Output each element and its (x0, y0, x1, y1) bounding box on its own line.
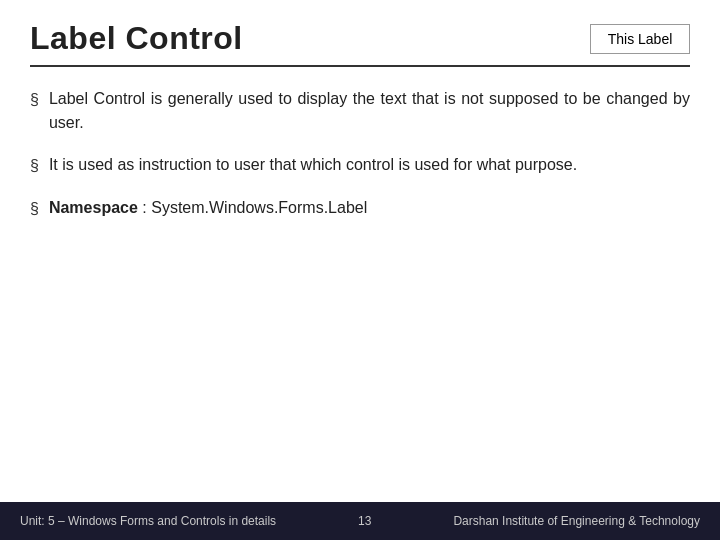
bullet-symbol-1: § (30, 88, 39, 112)
bullet-symbol-2: § (30, 154, 39, 178)
bullet-text-2: It is used as instruction to user that w… (49, 153, 577, 177)
footer-unit-label: Unit: 5 – Windows Forms and Controls in … (20, 514, 276, 528)
footer: Unit: 5 – Windows Forms and Controls in … (0, 502, 720, 540)
bullet-list: § Label Control is generally used to dis… (30, 87, 690, 221)
bullet-text-3: Namespace : System.Windows.Forms.Label (49, 196, 367, 220)
namespace-bold: Namespace (49, 199, 138, 216)
list-item: § It is used as instruction to user that… (30, 153, 690, 178)
footer-page-number: 13 (358, 514, 371, 528)
bullet-symbol-3: § (30, 197, 39, 221)
label-demo-box: This Label (590, 24, 690, 54)
list-item: § Label Control is generally used to dis… (30, 87, 690, 135)
namespace-value: System.Windows.Forms.Label (151, 199, 367, 216)
namespace-colon: : (138, 199, 151, 216)
page-title: Label Control (30, 20, 243, 57)
header-row: Label Control This Label (30, 20, 690, 67)
slide-container: Label Control This Label § Label Control… (0, 0, 720, 540)
main-content: Label Control This Label § Label Control… (0, 0, 720, 502)
footer-institute-label: Darshan Institute of Engineering & Techn… (453, 514, 700, 528)
list-item: § Namespace : System.Windows.Forms.Label (30, 196, 690, 221)
bullet-text-1: Label Control is generally used to displ… (49, 87, 690, 135)
